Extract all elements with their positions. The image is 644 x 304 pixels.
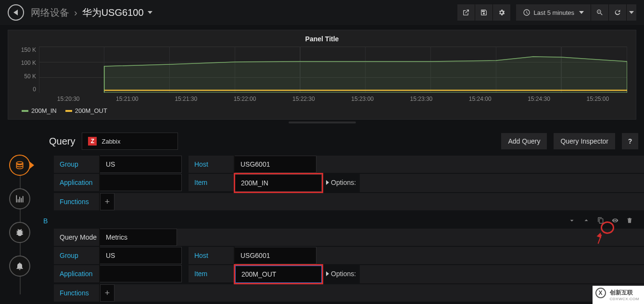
datasource-name: Zabbix — [101, 138, 120, 145]
share-button[interactable] — [457, 4, 475, 21]
watermark-en: CDXWCX.COM — [610, 297, 639, 301]
move-up-button[interactable] — [581, 217, 592, 225]
chevron-down-icon[interactable] — [148, 11, 152, 14]
chart-icon — [15, 194, 25, 204]
input-query-mode-b[interactable]: Metrics — [100, 229, 177, 246]
add-function-b[interactable]: + — [100, 284, 114, 302]
breadcrumb-current[interactable]: 华为USG6100 — [82, 6, 144, 19]
x-tick: 15:22:00 — [215, 96, 274, 102]
panel-editor: Query Z Zabbix Add Query Query Inspector… — [0, 126, 644, 304]
graph-panel: Panel Title 150 K 100 K 50 K 0 — [8, 30, 636, 120]
clock-icon — [523, 9, 530, 16]
watermark-cn: 创新互联 — [610, 289, 639, 297]
tab-alert[interactable] — [9, 255, 30, 277]
query-b: Query Mode Metrics Group US Host USG6001… — [54, 229, 644, 302]
refresh-interval-button[interactable] — [627, 4, 636, 21]
legend-item-in[interactable]: 200M_IN — [22, 107, 57, 114]
input-application-a[interactable] — [100, 174, 182, 191]
zabbix-icon: Z — [88, 137, 97, 146]
input-group-a[interactable]: US — [100, 156, 182, 173]
editor-tab-rail — [7, 155, 33, 304]
input-host-a[interactable]: USG6001 — [235, 156, 316, 173]
caret-right-icon — [326, 180, 329, 185]
query-inspector-button[interactable]: Query Inspector — [554, 133, 615, 149]
time-controls: Last 5 minutes — [516, 4, 636, 21]
delete-query-button[interactable] — [624, 217, 635, 225]
y-axis: 150 K 100 K 50 K 0 — [17, 47, 39, 93]
query-b-header[interactable]: B — [39, 214, 644, 228]
x-tick: 15:20:30 — [39, 96, 98, 102]
time-range-picker[interactable]: Last 5 minutes — [516, 4, 591, 21]
x-tick: 15:24:00 — [451, 96, 509, 102]
save-button[interactable] — [475, 4, 493, 21]
chevron-down-icon — [579, 11, 584, 14]
legend-label: 200M_IN — [31, 107, 57, 114]
trash-icon — [626, 217, 633, 224]
breadcrumb-parent[interactable]: 网络设备 — [31, 6, 69, 19]
zoom-out-icon — [596, 9, 604, 16]
database-icon — [15, 160, 25, 170]
toggle-visibility-button[interactable] — [609, 217, 621, 225]
tab-queries[interactable] — [9, 155, 30, 176]
query-ref-b: B — [43, 217, 48, 225]
input-host-b[interactable]: USG6001 — [235, 247, 316, 264]
move-down-button[interactable] — [566, 217, 578, 225]
input-application-b[interactable] — [100, 265, 182, 282]
back-button[interactable] — [8, 4, 24, 21]
save-icon — [480, 9, 488, 16]
datasource-select[interactable]: Z Zabbix — [82, 133, 178, 150]
copy-icon — [597, 217, 604, 224]
x-axis: 15:20:30 15:21:00 15:21:30 15:22:00 15:2… — [8, 96, 636, 102]
query-help-button[interactable]: ? — [622, 133, 638, 149]
chart-legend: 200M_IN 200M_OUT — [8, 102, 636, 114]
breadcrumb-separator: › — [74, 7, 77, 18]
legend-swatch — [65, 110, 72, 112]
add-query-button[interactable]: Add Query — [501, 133, 547, 149]
tab-general[interactable] — [9, 222, 30, 243]
input-group-b[interactable]: US — [100, 247, 182, 264]
legend-item-out[interactable]: 200M_OUT — [65, 107, 107, 114]
dashboard-actions — [457, 4, 510, 21]
label-item: Item — [189, 174, 235, 191]
x-tick: 15:24:30 — [509, 96, 568, 102]
bell-icon — [15, 261, 25, 271]
x-tick: 15:23:30 — [392, 96, 451, 102]
share-icon — [462, 9, 470, 16]
duplicate-query-button[interactable] — [595, 217, 606, 225]
panel-resize-handle[interactable] — [289, 122, 356, 123]
chevron-down-icon — [629, 11, 634, 14]
label-functions: Functions — [54, 193, 100, 210]
x-tick: 15:21:30 — [157, 96, 215, 102]
breadcrumb: 网络设备 › 华为USG6100 — [31, 6, 152, 19]
y-tick: 100 K — [17, 60, 36, 66]
refresh-button[interactable] — [609, 4, 627, 21]
input-item-b[interactable]: 200M_OUT — [235, 266, 322, 283]
x-tick: 15:21:00 — [98, 96, 156, 102]
panel-title[interactable]: Panel Title — [8, 33, 636, 47]
tab-visualization[interactable] — [9, 188, 30, 209]
query-label: Query — [49, 136, 75, 147]
legend-swatch — [22, 110, 28, 112]
options-toggle-a[interactable]: Options: — [322, 174, 360, 191]
x-tick: 15:22:30 — [274, 96, 333, 102]
bug-icon — [15, 228, 25, 237]
refresh-icon — [614, 9, 621, 16]
label-application: Application — [54, 265, 100, 282]
label-group: Group — [54, 156, 100, 173]
label-host: Host — [189, 247, 235, 264]
options-toggle-b[interactable]: Options: — [322, 265, 360, 282]
arrow-up-icon — [583, 217, 590, 224]
top-nav: 网络设备 › 华为USG6100 Last 5 minutes — [0, 0, 644, 25]
chart-plot[interactable] — [39, 47, 627, 93]
settings-button[interactable] — [493, 4, 510, 21]
time-range-label: Last 5 minutes — [533, 9, 574, 16]
arrow-down-icon — [568, 217, 575, 224]
add-function-a[interactable]: + — [100, 193, 114, 210]
caret-right-icon — [326, 271, 329, 276]
y-tick: 0 — [17, 86, 36, 93]
zoom-out-button[interactable] — [591, 4, 609, 21]
input-item-a[interactable]: 200M_IN — [235, 174, 322, 192]
label-host: Host — [189, 156, 235, 173]
label-query-mode: Query Mode — [54, 229, 100, 246]
legend-label: 200M_OUT — [75, 107, 107, 114]
